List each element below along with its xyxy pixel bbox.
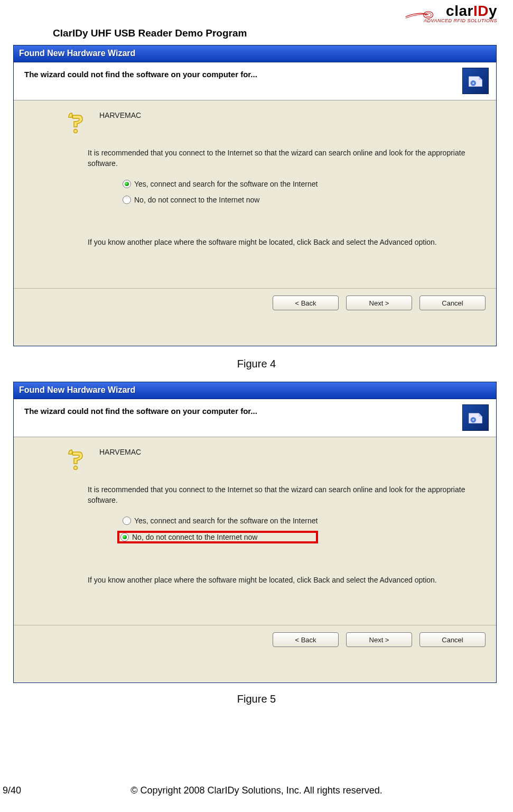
svg-point-4: [74, 130, 78, 133]
copyright-text: © Copyright 2008 ClarIDy Solutions, Inc.…: [53, 785, 513, 796]
dialog-header: The wizard could not find the software o…: [14, 399, 496, 437]
radio-label: Yes, connect and search for the software…: [134, 516, 318, 525]
radio-option-no[interactable]: No, do not connect to the Internet now: [119, 194, 480, 206]
dialog-heading: The wizard could not find the software o…: [24, 407, 486, 416]
logo-tagline: ADVANCED RFID SOLUTIONS: [424, 18, 497, 23]
page-footer: 9/40 © Copyright 2008 ClarIDy Solutions,…: [0, 785, 513, 796]
svg-point-3: [472, 82, 474, 84]
radio-icon: [123, 516, 131, 525]
install-disk-icon: [462, 404, 489, 431]
back-button[interactable]: < Back: [273, 632, 339, 647]
radio-option-no[interactable]: No, do not connect to the Internet now: [117, 531, 318, 543]
svg-point-7: [74, 466, 78, 470]
dialog-button-row: < Back Next > Cancel: [14, 625, 496, 654]
logo-text-y: y: [489, 3, 497, 19]
dialog-titlebar[interactable]: Found New Hardware Wizard: [14, 45, 496, 62]
logo-swoosh-icon: [405, 10, 434, 20]
radio-option-yes[interactable]: Yes, connect and search for the software…: [119, 515, 480, 527]
dialog-body: HARVEMAC It is recommended that you conn…: [14, 437, 496, 654]
next-button[interactable]: Next >: [346, 632, 412, 647]
wizard-dialog-figure4: Found New Hardware Wizard The wizard cou…: [13, 45, 497, 346]
hint-text: If you know another place where the soft…: [88, 575, 475, 586]
recommend-text: It is recommended that you connect to th…: [88, 148, 475, 169]
radio-label: Yes, connect and search for the software…: [134, 180, 318, 188]
radio-icon: [123, 180, 131, 188]
dialog-header: The wizard could not find the software o…: [14, 62, 496, 100]
wizard-dialog-figure5: Found New Hardware Wizard The wizard cou…: [13, 382, 497, 683]
dialog-body: HARVEMAC It is recommended that you conn…: [14, 100, 496, 317]
back-button[interactable]: < Back: [273, 296, 339, 310]
radio-icon: [123, 196, 131, 204]
next-button[interactable]: Next >: [346, 296, 412, 310]
radio-icon: [120, 533, 129, 541]
svg-point-0: [424, 12, 433, 19]
question-mark-icon: [67, 447, 88, 470]
dialog-titlebar[interactable]: Found New Hardware Wizard: [14, 382, 496, 399]
radio-group: Yes, connect and search for the software…: [119, 515, 480, 543]
brand-logo: clarIDy ADVANCED RFID SOLUTIONS: [424, 3, 497, 23]
dialog-heading: The wizard could not find the software o…: [24, 70, 486, 79]
logo-text-id: ID: [473, 3, 489, 19]
svg-point-6: [472, 419, 474, 421]
radio-group: Yes, connect and search for the software…: [119, 178, 480, 206]
hint-text: If you know another place where the soft…: [88, 237, 475, 248]
recommend-text: It is recommended that you connect to th…: [88, 485, 475, 505]
radio-label: No, do not connect to the Internet now: [132, 533, 257, 541]
device-name-label: HARVEMAC: [99, 110, 141, 119]
dialog-button-row: < Back Next > Cancel: [14, 288, 496, 317]
cancel-button[interactable]: Cancel: [419, 632, 486, 647]
device-name-label: HARVEMAC: [99, 447, 141, 456]
radio-label: No, do not connect to the Internet now: [134, 196, 259, 204]
figure-caption-4: Figure 4: [0, 358, 513, 370]
question-mark-icon: [67, 110, 88, 133]
logo-text-clar: clar: [446, 3, 473, 19]
radio-option-yes[interactable]: Yes, connect and search for the software…: [119, 178, 480, 190]
figure-caption-5: Figure 5: [0, 693, 513, 705]
cancel-button[interactable]: Cancel: [419, 296, 486, 310]
install-disk-icon: [462, 68, 489, 94]
document-title: ClarIDy UHF USB Reader Demo Program: [53, 27, 247, 39]
page-number: 9/40: [0, 785, 53, 796]
